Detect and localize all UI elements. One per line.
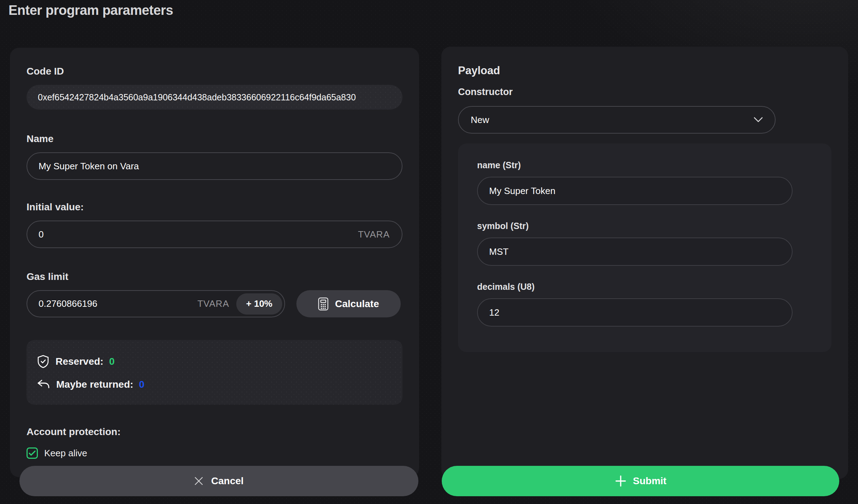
gas-boost-10-percent-button[interactable]: + 10%: [236, 293, 282, 315]
constructor-selected-value: New: [471, 115, 489, 125]
maybe-returned-label: Maybe returned:: [56, 379, 133, 390]
keep-alive-checkbox-row[interactable]: Keep alive: [27, 447, 402, 459]
payload-card: Payload Constructor New name (Str) symbo…: [441, 47, 848, 479]
maybe-returned-value: 0: [139, 379, 145, 390]
gas-limit-unit: TVARA: [197, 298, 229, 309]
plus-icon: [615, 474, 627, 488]
name-label: Name: [27, 133, 402, 145]
close-icon: [194, 476, 203, 486]
calculator-icon: [318, 297, 329, 311]
payload-symbol-input-wrapper: [477, 238, 793, 266]
payload-name-input[interactable]: [478, 186, 792, 197]
initial-value-unit: TVARA: [358, 229, 402, 240]
code-id-value: 0xef6542427824b4a3560a9a1906344d438adeb3…: [27, 85, 402, 110]
enter-program-parameters-screen: Enter program parameters Code ID 0xef654…: [0, 0, 858, 504]
page-title: Enter program parameters: [8, 3, 173, 18]
submit-button-label: Submit: [633, 475, 667, 487]
account-protection-label: Account protection:: [27, 426, 402, 438]
constructor-args-card: name (Str) symbol (Str) decimals (U8): [458, 143, 831, 352]
submit-button[interactable]: Submit: [442, 466, 839, 496]
calculate-gas-button[interactable]: Calculate: [296, 290, 401, 317]
initial-value-label: Initial value:: [27, 201, 402, 213]
reserved-value: 0: [109, 356, 115, 367]
reserved-row: Reserved: 0: [37, 355, 392, 368]
reply-arrow-icon: [37, 379, 50, 390]
payload-name-label: name (Str): [477, 160, 812, 170]
keep-alive-label: Keep alive: [44, 448, 87, 459]
maybe-returned-row: Maybe returned: 0: [37, 379, 392, 390]
constructor-dropdown[interactable]: New: [458, 106, 776, 134]
payload-symbol-label: symbol (Str): [477, 221, 812, 231]
gas-limit-row: TVARA + 10% C: [27, 290, 402, 317]
payload-decimals-label: decimals (U8): [477, 281, 812, 292]
payload-name-input-wrapper: [477, 177, 793, 205]
gas-limit-input-wrapper: TVARA + 10%: [27, 290, 285, 317]
payload-symbol-input[interactable]: [478, 246, 792, 257]
shield-check-icon: [37, 355, 49, 368]
gas-boost-label: + 10%: [246, 298, 272, 309]
constructor-label: Constructor: [458, 86, 831, 98]
name-input[interactable]: [27, 161, 402, 172]
keep-alive-checkbox[interactable]: [27, 447, 38, 459]
reserved-label: Reserved:: [56, 356, 103, 367]
initial-value-input-wrapper: TVARA: [27, 221, 402, 248]
calculate-button-label: Calculate: [335, 298, 379, 310]
payload-decimals-input-wrapper: [477, 298, 793, 327]
payload-heading: Payload: [458, 64, 831, 77]
gas-limit-input[interactable]: [27, 298, 197, 309]
name-input-wrapper: [27, 152, 402, 180]
initial-value-input[interactable]: [27, 229, 358, 240]
gas-limit-label: Gas limit: [27, 271, 402, 282]
code-id-label: Code ID: [27, 65, 402, 77]
chevron-down-icon: [754, 117, 763, 123]
cancel-button[interactable]: Cancel: [19, 466, 418, 496]
cancel-button-label: Cancel: [211, 475, 244, 487]
program-parameters-card: Code ID 0xef6542427824b4a3560a9a1906344d…: [10, 48, 419, 477]
gas-info-box: Reserved: 0 Maybe returned: 0: [27, 340, 402, 405]
payload-decimals-input[interactable]: [478, 307, 792, 318]
